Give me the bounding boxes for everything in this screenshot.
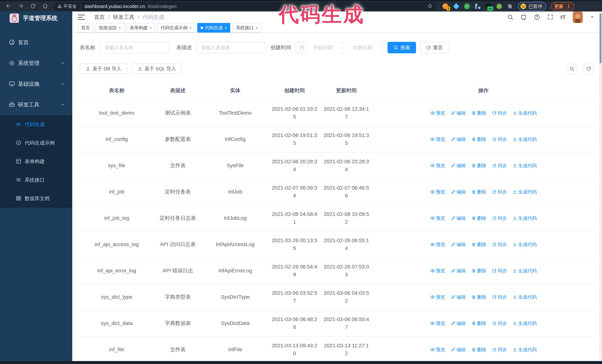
- browser-home-button[interactable]: [42, 3, 49, 10]
- action-edit-link[interactable]: 编辑: [451, 319, 466, 327]
- browser-reload-button[interactable]: [29, 3, 37, 10]
- action-edit-link[interactable]: 编辑: [451, 109, 466, 117]
- action-edit-link[interactable]: 编辑: [451, 188, 466, 196]
- action-eye-link[interactable]: 预览: [430, 346, 445, 354]
- action-download-link[interactable]: 生成代码: [513, 162, 537, 169]
- sidebar-item-devtools[interactable]: 研发工具: [0, 94, 72, 115]
- action-eye-link[interactable]: 预览: [430, 188, 445, 196]
- user-avatar[interactable]: [573, 11, 583, 23]
- close-tag-icon[interactable]: ×: [225, 25, 227, 30]
- action-edit-link[interactable]: 编辑: [451, 162, 466, 169]
- action-download-link[interactable]: 生成代码: [513, 135, 537, 143]
- action-trash-link[interactable]: 删除: [472, 240, 486, 248]
- font-size-icon[interactable]: tT: [560, 14, 566, 20]
- action-eye-link[interactable]: 预览: [430, 162, 445, 169]
- action-trash-link[interactable]: 删除: [472, 267, 486, 275]
- action-download-link[interactable]: 生成代码: [513, 214, 537, 222]
- sidebar-item-home[interactable]: 首页: [0, 32, 72, 53]
- sidebar-item-system-api[interactable]: 系统接口: [0, 171, 72, 189]
- end-date-input[interactable]: [346, 42, 379, 53]
- sidebar-item-form-builder[interactable]: 表单构建: [0, 152, 72, 171]
- action-sync-link[interactable]: 同步: [492, 346, 507, 354]
- browser-menu-icon[interactable]: ⋮: [566, 3, 571, 9]
- extension-green-icon[interactable]: [496, 3, 503, 10]
- action-sync-link[interactable]: 同步: [492, 214, 507, 222]
- action-sync-link[interactable]: 同步: [492, 240, 507, 248]
- action-trash-link[interactable]: 删除: [472, 135, 486, 143]
- action-sync-link[interactable]: 同步: [492, 135, 507, 143]
- reset-button[interactable]: 重置: [420, 42, 449, 53]
- table-desc-input[interactable]: [196, 42, 266, 53]
- sidebar-collapse-button[interactable]: [78, 15, 85, 20]
- profile-chip[interactable]: 已暂停: [518, 2, 546, 11]
- action-trash-link[interactable]: 删除: [472, 188, 486, 196]
- extension-check-icon[interactable]: ✓: [464, 3, 470, 10]
- extension-dark-icon[interactable]: on: [485, 3, 492, 10]
- header-search-icon[interactable]: [507, 14, 514, 21]
- browser-back-button[interactable]: [5, 3, 12, 10]
- action-eye-link[interactable]: 预览: [430, 135, 445, 143]
- action-sync-link[interactable]: 同步: [492, 188, 507, 196]
- user-caret-down-icon[interactable]: [590, 14, 595, 20]
- tab-tag[interactable]: 表单构建×: [127, 23, 155, 32]
- action-download-link[interactable]: 生成代码: [513, 109, 537, 117]
- toggle-search-button[interactable]: [566, 62, 578, 75]
- tab-tag[interactable]: 代码生成示例×: [157, 23, 195, 32]
- action-edit-link[interactable]: 编辑: [451, 240, 466, 248]
- sidebar-item-system[interactable]: 系统管理: [0, 53, 72, 74]
- help-icon[interactable]: [534, 14, 540, 21]
- sql-import-button[interactable]: 基于 SQL 导入: [132, 63, 182, 74]
- sidebar-item-db-doc[interactable]: 数据库文档: [0, 189, 72, 208]
- github-icon[interactable]: [520, 14, 527, 21]
- action-edit-link[interactable]: 编辑: [451, 293, 466, 301]
- tab-tag[interactable]: 代码生成×: [197, 23, 230, 32]
- action-edit-link[interactable]: 编辑: [451, 346, 466, 354]
- close-tag-icon[interactable]: ×: [118, 25, 121, 30]
- action-trash-link[interactable]: 删除: [472, 162, 486, 169]
- action-trash-link[interactable]: 删除: [472, 293, 486, 301]
- action-sync-link[interactable]: 同步: [492, 109, 507, 117]
- sidebar-item-codegen[interactable]: 代码生成: [0, 115, 72, 134]
- extension-colorzilla-icon[interactable]: 1: [442, 3, 449, 10]
- address-bar[interactable]: 不安全 dashboard.yudao.iocoder.cn/tool/code…: [54, 2, 436, 10]
- page-scrollbar[interactable]: [599, 11, 602, 361]
- browser-forward-button[interactable]: [17, 3, 24, 10]
- security-warning[interactable]: 不安全: [57, 3, 77, 9]
- action-sync-link[interactable]: 同步: [492, 293, 507, 301]
- sidebar-item-codegen-example[interactable]: 代码生成示例: [0, 134, 72, 152]
- action-download-link[interactable]: 生成代码: [513, 240, 537, 248]
- close-tag-icon[interactable]: ×: [189, 25, 192, 30]
- sidebar-item-infra[interactable]: 基础设施: [0, 74, 72, 94]
- extension-gem-icon[interactable]: [453, 3, 460, 10]
- tab-tag[interactable]: 首页: [78, 23, 93, 32]
- action-edit-link[interactable]: 编辑: [451, 214, 466, 222]
- fullscreen-icon[interactable]: [547, 14, 553, 21]
- breadcrumb-devtools[interactable]: 研发工具: [113, 13, 134, 21]
- action-eye-link[interactable]: 预览: [430, 293, 445, 301]
- extensions-puzzle-icon[interactable]: [507, 3, 513, 10]
- action-download-link[interactable]: 生成代码: [513, 319, 537, 327]
- close-tag-icon[interactable]: ×: [255, 25, 258, 30]
- action-download-link[interactable]: 生成代码: [513, 267, 537, 275]
- refresh-table-button[interactable]: [582, 62, 595, 75]
- search-button[interactable]: 搜索: [387, 42, 416, 53]
- db-import-button[interactable]: 基于 DB 导入: [80, 63, 127, 74]
- scrollbar-thumb[interactable]: [600, 13, 602, 63]
- action-download-link[interactable]: 生成代码: [513, 188, 537, 196]
- tab-tag[interactable]: 系统接口×: [232, 23, 261, 32]
- extension-grid-icon[interactable]: [474, 3, 481, 10]
- action-edit-link[interactable]: 编辑: [451, 135, 466, 143]
- action-eye-link[interactable]: 预览: [430, 240, 445, 248]
- start-date-input[interactable]: [306, 42, 340, 53]
- breadcrumb-home[interactable]: 首页: [94, 13, 105, 21]
- action-trash-link[interactable]: 删除: [472, 319, 486, 327]
- action-eye-link[interactable]: 预览: [430, 267, 445, 275]
- browser-update-button[interactable]: 更新 ⋮: [551, 2, 574, 10]
- action-download-link[interactable]: 生成代码: [513, 346, 537, 354]
- action-sync-link[interactable]: 同步: [492, 162, 507, 169]
- action-edit-link[interactable]: 编辑: [451, 267, 466, 275]
- action-trash-link[interactable]: 删除: [472, 346, 486, 354]
- bookmark-star-icon[interactable]: [427, 3, 432, 9]
- action-eye-link[interactable]: 预览: [430, 319, 445, 327]
- table-name-input[interactable]: [100, 42, 169, 53]
